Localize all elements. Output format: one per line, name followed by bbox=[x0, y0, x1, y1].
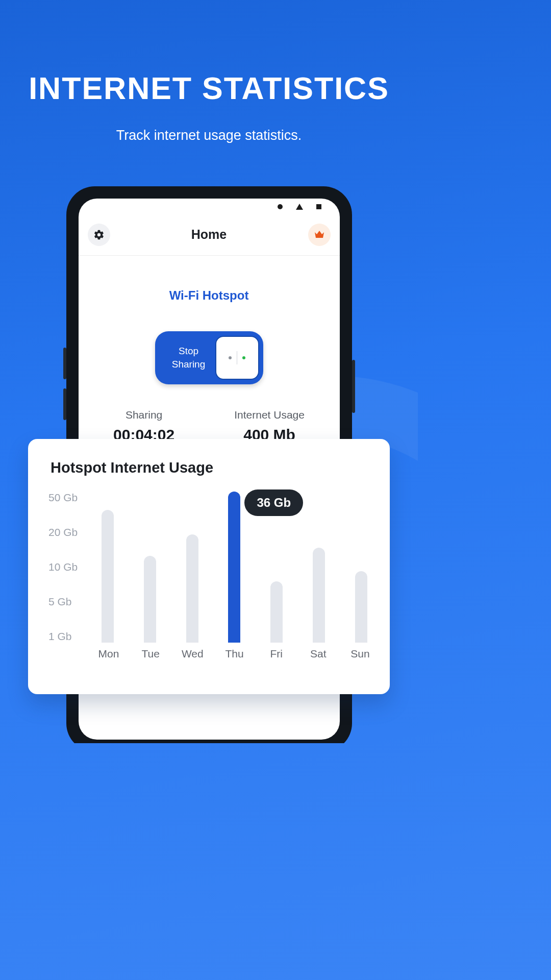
x-tick: Tue bbox=[139, 648, 162, 660]
page-title: Home bbox=[191, 227, 227, 242]
x-tick: Thu bbox=[223, 648, 245, 660]
x-tick: Wed bbox=[181, 648, 204, 660]
y-tick: 10 Gb bbox=[48, 561, 78, 573]
y-tick: 1 Gb bbox=[48, 630, 78, 643]
chart-body: 50 Gb 20 Gb 10 Gb 5 Gb 1 Gb 36 Gb Mon Tu… bbox=[45, 492, 372, 660]
chart-bar[interactable] bbox=[102, 510, 114, 643]
chart-title: Hotspot Internet Usage bbox=[51, 459, 372, 476]
wifi-hotspot-title: Wi-Fi Hotspot bbox=[79, 288, 340, 303]
y-tick: 20 Gb bbox=[48, 526, 78, 538]
chart-bars: 36 Gb bbox=[96, 492, 372, 643]
x-tick: Sat bbox=[307, 648, 330, 660]
hotspot-toggle-thumb bbox=[215, 336, 259, 380]
phone-volume-up-button bbox=[63, 348, 66, 379]
status-bar bbox=[79, 199, 340, 214]
status-triangle-icon bbox=[296, 204, 303, 210]
phone-volume-down-button bbox=[63, 388, 66, 420]
status-dot-icon bbox=[278, 204, 283, 209]
x-tick: Fri bbox=[265, 648, 288, 660]
status-square-icon bbox=[316, 204, 321, 209]
settings-button[interactable] bbox=[88, 224, 110, 246]
chart-y-labels: 50 Gb 20 Gb 10 Gb 5 Gb 1 Gb bbox=[48, 492, 78, 643]
hotspot-toggle-label: Stop Sharing bbox=[159, 345, 215, 371]
stat-usage-label: Internet Usage bbox=[234, 409, 305, 421]
toggle-dot-left bbox=[229, 356, 232, 359]
chart-bar[interactable]: 36 Gb bbox=[228, 492, 240, 643]
x-tick: Mon bbox=[97, 648, 120, 660]
y-tick: 5 Gb bbox=[48, 596, 78, 608]
toggle-dot-right bbox=[242, 356, 245, 359]
gear-icon bbox=[93, 229, 105, 240]
premium-button[interactable] bbox=[308, 224, 331, 246]
toggle-divider bbox=[237, 351, 237, 364]
x-tick: Sun bbox=[349, 648, 371, 660]
hotspot-toggle[interactable]: Stop Sharing bbox=[155, 331, 263, 384]
stats-row: Sharing 00:04:02 Internet Usage 400 Mb bbox=[79, 409, 340, 444]
hero-section: INTERNET STATISTICS Track internet usage… bbox=[0, 0, 418, 143]
phone-power-button bbox=[352, 360, 355, 413]
hero-subtitle: Track internet usage statistics. bbox=[0, 128, 418, 143]
crown-icon bbox=[313, 229, 325, 241]
stat-usage: Internet Usage 400 Mb bbox=[234, 409, 305, 444]
chart-x-labels: Mon Tue Wed Thu Fri Sat Sun bbox=[96, 648, 372, 660]
chart-bar[interactable] bbox=[186, 534, 198, 643]
chart-tooltip: 36 Gb bbox=[244, 489, 303, 516]
chart-bar[interactable] bbox=[313, 548, 325, 643]
home-content: Wi-Fi Hotspot Stop Sharing Sharing 00:04… bbox=[79, 256, 340, 444]
stat-sharing: Sharing 00:04:02 bbox=[113, 409, 174, 444]
stat-sharing-label: Sharing bbox=[113, 409, 174, 421]
app-bar: Home bbox=[79, 214, 340, 256]
chart-bar[interactable] bbox=[355, 571, 367, 643]
y-tick: 50 Gb bbox=[48, 492, 78, 504]
chart-bar[interactable] bbox=[144, 556, 156, 643]
chart-bar[interactable] bbox=[270, 581, 283, 643]
usage-chart-card: Hotspot Internet Usage 50 Gb 20 Gb 10 Gb… bbox=[28, 439, 390, 694]
hero-title: INTERNET STATISTICS bbox=[0, 70, 418, 106]
